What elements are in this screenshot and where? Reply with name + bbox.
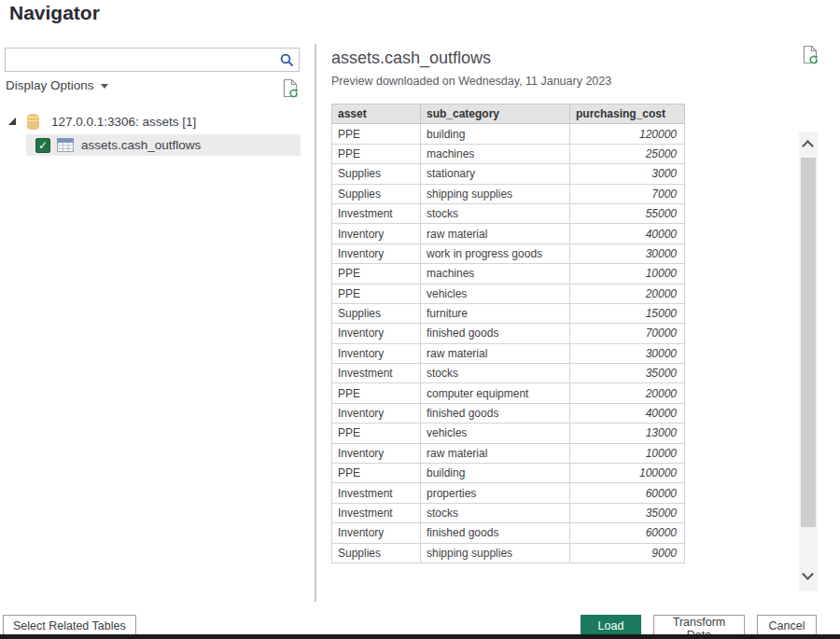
asset-cell: Investment (332, 503, 421, 522)
tree-item-table[interactable]: ✓ assets.cash_outflows (26, 134, 301, 156)
table-row: Inventoryfinished goods60000 (332, 523, 685, 543)
sub-category-cell: furniture (421, 303, 570, 323)
sub-category-cell: properties (421, 483, 570, 503)
tree-source-label: 127.0.0.1:3306: assets [1] (51, 115, 196, 129)
scroll-down-icon[interactable] (802, 568, 814, 580)
purchasing-cost-cell: 40000 (570, 224, 685, 243)
table-row: Investmentstocks55000 (332, 203, 685, 223)
table-row: Inventoryraw material30000 (332, 343, 685, 363)
sub-category-cell: machines (421, 144, 570, 163)
sub-category-cell: vehicles (421, 424, 570, 443)
table-row: PPEvehicles13000 (332, 424, 685, 443)
asset-cell: Inventory (332, 324, 421, 343)
database-icon (27, 114, 39, 130)
purchasing-cost-cell: 55000 (570, 203, 685, 223)
sub-category-cell: shipping supplies (421, 543, 570, 563)
table-checkbox[interactable]: ✓ (35, 138, 50, 153)
asset-cell: Investment (332, 203, 421, 223)
cancel-button[interactable]: Cancel (757, 615, 817, 636)
display-options-label: Display Options (6, 78, 94, 92)
table-row: Investmentstocks35000 (332, 364, 685, 383)
purchasing-cost-cell: 20000 (570, 383, 685, 403)
purchasing-cost-cell: 30000 (570, 243, 685, 263)
table-row: Suppliesshipping supplies7000 (332, 184, 685, 203)
navigator-dialog: Navigator Display Options 127.0.0.1:3306… (0, 0, 840, 639)
asset-cell: PPE (332, 464, 421, 483)
table-row: Inventorywork in progress goods30000 (332, 243, 685, 263)
table-row: Suppliesshipping supplies9000 (332, 543, 685, 563)
display-options-dropdown[interactable]: Display Options (6, 78, 108, 92)
table-row: Inventoryraw material10000 (332, 443, 685, 463)
refresh-icon[interactable] (282, 78, 300, 102)
refresh-preview-icon[interactable] (802, 45, 819, 68)
table-row: PPEcomputer equipment20000 (332, 383, 685, 403)
transform-data-button[interactable]: Transform Data (653, 615, 745, 636)
purchasing-cost-cell: 60000 (570, 523, 685, 543)
purchasing-cost-cell: 9000 (570, 543, 685, 563)
preview-title: assets.cash_outflows (331, 49, 491, 68)
purchasing-cost-cell: 13000 (570, 424, 685, 443)
table-row: Suppliesfurniture15000 (332, 303, 685, 323)
table-row: Investmentproperties60000 (332, 483, 685, 503)
select-related-tables-button[interactable]: Select Related Tables (3, 615, 136, 636)
asset-cell: PPE (332, 284, 421, 303)
asset-cell: PPE (332, 424, 421, 443)
preview-subtitle: Preview downloaded on Wednesday, 11 Janu… (331, 75, 611, 88)
table-row: Inventoryfinished goods70000 (332, 324, 685, 343)
sub-category-cell: stocks (421, 203, 570, 223)
sub-category-cell: machines (421, 264, 570, 284)
sub-category-cell: finished goods (421, 523, 570, 543)
purchasing-cost-cell: 100000 (570, 464, 685, 483)
table-row: PPEbuilding120000 (332, 124, 685, 144)
scroll-up-icon[interactable] (802, 140, 814, 152)
pane-divider (315, 44, 316, 602)
purchasing-cost-cell: 40000 (570, 403, 685, 423)
sub-category-cell: raw material (421, 443, 570, 463)
asset-cell: Supplies (332, 543, 421, 563)
asset-cell: Inventory (332, 403, 421, 423)
purchasing-cost-cell: 120000 (570, 124, 685, 144)
chevron-down-icon (101, 84, 108, 89)
asset-cell: Inventory (332, 343, 421, 363)
asset-cell: PPE (332, 124, 421, 144)
scrollbar-thumb[interactable] (801, 158, 816, 527)
purchasing-cost-cell: 35000 (570, 364, 685, 383)
table-row: Inventoryraw material40000 (332, 224, 685, 243)
sub-category-cell: finished goods (421, 403, 570, 423)
column-header-asset: asset (332, 104, 421, 124)
asset-cell: PPE (332, 264, 421, 284)
asset-cell: Supplies (332, 164, 421, 184)
sub-category-cell: vehicles (421, 284, 570, 303)
table-row: PPEbuilding100000 (332, 464, 685, 483)
preview-scrollbar[interactable] (799, 132, 818, 591)
asset-cell: Investment (332, 483, 421, 503)
table-row: Inventoryfinished goods40000 (332, 403, 685, 423)
search-box (5, 48, 300, 72)
preview-table: assetsub_categorypurchasing_cost PPEbuil… (331, 104, 685, 563)
purchasing-cost-cell: 10000 (570, 264, 685, 284)
purchasing-cost-cell: 30000 (570, 343, 685, 363)
table-row: PPEvehicles20000 (332, 284, 685, 303)
expand-arrow-icon[interactable] (8, 118, 16, 125)
purchasing-cost-cell: 70000 (570, 324, 685, 343)
asset-cell: Supplies (332, 184, 421, 203)
search-input[interactable] (6, 49, 274, 71)
sub-category-cell: building (421, 464, 570, 483)
table-row: Suppliesstationary3000 (332, 164, 685, 184)
purchasing-cost-cell: 60000 (570, 483, 685, 503)
load-button[interactable]: Load (581, 615, 641, 636)
purchasing-cost-cell: 20000 (570, 284, 685, 303)
column-header-purchasing_cost: purchasing_cost (570, 104, 685, 124)
purchasing-cost-cell: 15000 (570, 303, 685, 323)
table-row: Investmentstocks35000 (332, 503, 685, 522)
table-row: PPEmachines25000 (332, 144, 685, 163)
tree-item-database-source[interactable]: 127.0.0.1:3306: assets [1] (0, 110, 308, 132)
asset-cell: Supplies (332, 303, 421, 323)
purchasing-cost-cell: 25000 (570, 144, 685, 163)
table-row: PPEmachines10000 (332, 264, 685, 284)
sub-category-cell: computer equipment (421, 383, 570, 403)
preview-table-body: PPEbuilding120000PPEmachines25000Supplie… (332, 124, 685, 563)
search-icon[interactable] (274, 53, 299, 67)
asset-cell: Inventory (332, 523, 421, 543)
sub-category-cell: work in progress goods (421, 243, 570, 263)
